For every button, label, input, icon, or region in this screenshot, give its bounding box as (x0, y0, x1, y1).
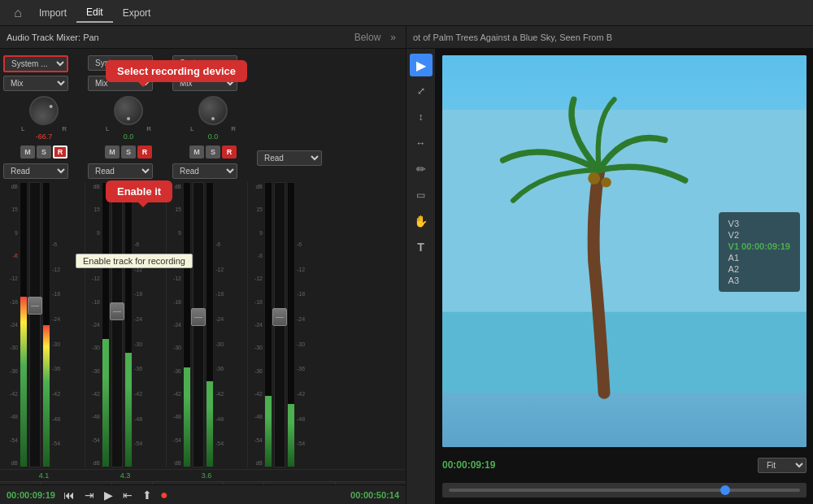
channel-3-value: 3.6 (166, 471, 247, 480)
channel-3-r-fill (207, 381, 213, 467)
channel-3-automation-select[interactable]: Read (172, 163, 237, 179)
channel-3-solo-btn[interactable]: S (206, 146, 220, 159)
fit-select[interactable]: Fit 25% 50% 75% 100% (758, 458, 806, 473)
channel-2-db-scale-right: -6-12-18 -24-30-36 -42-48-54 (134, 182, 149, 467)
channel-2-fader[interactable] (111, 182, 123, 467)
channel-1-device: System ... (3, 55, 85, 72)
hand-tool-btn[interactable]: ✋ (410, 210, 433, 232)
text-tool-btn[interactable]: T (410, 236, 433, 259)
small-tooltip: Enable track for recording (76, 254, 193, 268)
nav-edit[interactable]: Edit (76, 3, 113, 23)
right-sidebar-layout: ▶ ⤢ ↕ ↔ ✏ ▭ ✋ T (406, 49, 813, 504)
below-button[interactable]: Below (351, 30, 385, 45)
scrubber-track (449, 489, 800, 492)
main-layout: Audio Track Mixer: Pan Below » Select re… (0, 26, 813, 504)
channel-4-r-meter (287, 182, 295, 467)
nav-import[interactable]: Import (29, 4, 76, 22)
transport-record-btn[interactable]: ● (160, 488, 168, 502)
channel-1-msr: M S R (3, 146, 85, 159)
select-tool-btn[interactable]: ⤢ (410, 80, 433, 102)
channel-3-knob-area: L R 0.0 (172, 96, 254, 141)
slip-tool-btn[interactable]: ↔ (410, 132, 433, 154)
channel-1-solo-btn[interactable]: S (37, 146, 51, 159)
panel-header-controls: Below » (351, 30, 399, 45)
channel-1-l-meter (20, 182, 28, 467)
audio-mixer-panel: Audio Track Mixer: Pan Below » Select re… (0, 26, 406, 504)
overlay-a1: A1 (728, 253, 790, 263)
channel-4-automation-select[interactable]: Read (257, 150, 322, 166)
channel-2-mute-btn[interactable]: M (105, 146, 120, 159)
channel-1-fader-handle[interactable] (28, 297, 42, 315)
channel-1-automation-select[interactable]: Read (3, 163, 68, 179)
channel-1-value: 4.1 (3, 471, 85, 480)
channel-1-meter-area: dB 15 9 -6 -12 -18 -24 -30 -36 -42 -48 -… (3, 182, 85, 467)
channel-2-db-scale: dB 15 9 -6 -12 -18 -24 -30 -36 -42 -48 -… (85, 182, 100, 467)
channel-3-pan-knob[interactable] (198, 96, 228, 125)
video-scrubber[interactable] (442, 483, 806, 497)
transport-play-btn[interactable]: ▶ (102, 489, 115, 502)
channel-3-pan-value: 0.0 (208, 133, 219, 141)
video-content-area: V3 V2 V1 00:00:09:19 A1 A2 A3 00:00:09:1… (436, 49, 813, 504)
channel-2-solo-btn[interactable]: S (121, 146, 136, 159)
channel-1-mute-btn[interactable]: M (20, 146, 35, 159)
channel-4-device (257, 55, 338, 72)
video-preview-panel: ot of Palm Trees Against a Blue Sky, See… (406, 26, 813, 504)
channel-3-r-meter (206, 182, 214, 467)
channel-3-meter-area: dB 15 9 -6 -12 -18 -24 -30 -36 -42 -48 -… (166, 182, 247, 467)
channel-4-fader-handle[interactable] (272, 308, 287, 326)
svg-point-3 (601, 177, 611, 187)
timecode-start: 00:00:09:19 (7, 490, 55, 500)
knob-1-l-label: L (21, 125, 24, 133)
channel-1-r-fill (43, 325, 50, 467)
channel-1-device-select[interactable]: System ... (3, 55, 68, 72)
scrubber-thumb[interactable] (720, 485, 730, 495)
channel-4-meter-area: dB 15 9 -6 -12 -18 -24 -30 -36 -42 -48 -… (247, 182, 328, 467)
knob-3-l-label: L (190, 125, 193, 133)
channel-3-fader-handle[interactable] (191, 308, 206, 326)
pen-tool-btn[interactable]: ✏ (410, 158, 433, 180)
timecode-end: 00:00:50:14 (350, 490, 399, 500)
knob-3-r-label: R (231, 125, 236, 133)
bottom-transport-bar: 00:00:09:19 ⏮ ⇥ ▶ ⇤ ⬆ ● 00:00:50:14 (0, 484, 406, 504)
overlay-a3: A3 (728, 276, 790, 285)
transport-prev-btn[interactable]: ⏮ (62, 489, 76, 502)
channel-3-l-meter (183, 182, 191, 467)
channel-1-mix-select[interactable]: Mix (3, 76, 68, 91)
channel-1-fader[interactable] (29, 182, 41, 467)
channel-3-mute-btn[interactable]: M (189, 146, 204, 159)
channel-2-pan-value: 0.0 (124, 133, 134, 141)
mixer-panel-title: Audio Track Mixer: Pan (7, 33, 99, 42)
channel-2-fader-handle[interactable] (110, 302, 124, 320)
channel-4-db-scale-right: -6-12-18 -24-30-36 -42-48-54 (297, 182, 311, 467)
channel-4-l-fill (265, 396, 272, 467)
channel-2-automation-select[interactable]: Read (88, 163, 153, 179)
play-tool-btn[interactable]: ▶ (410, 54, 433, 76)
channel-1-record-btn[interactable]: R (53, 146, 67, 159)
channel-4-db-scale: dB 15 9 -6 -12 -18 -24 -30 -36 -42 -48 -… (248, 182, 263, 467)
knob-1-r-label: R (62, 125, 67, 133)
channel-3-fader[interactable] (193, 182, 204, 467)
nav-export[interactable]: Export (113, 4, 161, 22)
channel-2-msr: M S R (88, 146, 169, 159)
channel-2-l-fill (102, 339, 109, 467)
channel-4-r-fill (288, 404, 294, 467)
home-button[interactable]: ⌂ (7, 2, 29, 24)
overlay-v2: V2 (728, 230, 790, 240)
channel-2-pan-knob[interactable] (114, 96, 143, 125)
channel-3-record-btn[interactable]: R (222, 146, 237, 159)
transport-export-btn[interactable]: ⬆ (141, 489, 154, 502)
channel-2-record-btn[interactable]: R (137, 146, 152, 159)
channel-4-fader[interactable] (274, 182, 285, 467)
channel-3-l-fill (184, 367, 190, 467)
transport-mark-in-btn[interactable]: ⇥ (83, 489, 96, 502)
ripple-tool-btn[interactable]: ↕ (410, 106, 433, 128)
rect-tool-btn[interactable]: ▭ (410, 184, 433, 206)
top-navigation: ⌂ Import Edit Export (0, 0, 813, 26)
video-timecode: 00:00:09:19 (442, 459, 495, 471)
channel-values-row: 4.1 4.3 3.6 (0, 469, 406, 481)
expand-button[interactable]: » (387, 30, 399, 45)
channel-2-knob-area: L R 0.0 (88, 96, 169, 141)
transport-mark-out-btn[interactable]: ⇤ (121, 489, 134, 502)
mixer-panel-header: Audio Track Mixer: Pan Below » (0, 26, 406, 49)
channel-2-l-meter (102, 182, 110, 467)
